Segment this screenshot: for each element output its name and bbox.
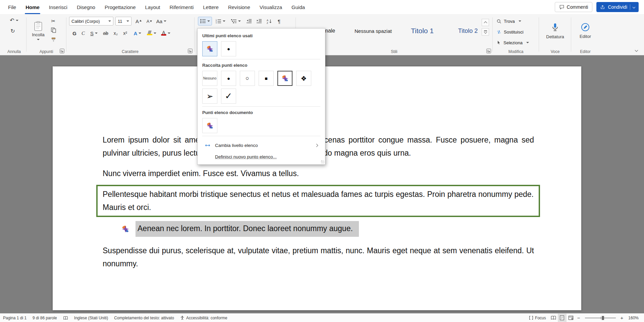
show-formatting-button[interactable]: ¶ [274,17,284,25]
tab-visualizza[interactable]: Visualizza [255,0,287,14]
proofing-status[interactable] [60,314,71,322]
stili-dialog-launcher[interactable] [486,49,491,53]
zoom-out-button[interactable]: − [575,315,582,321]
group-appunti: Incolla ✂ Appunti [28,14,65,55]
tab-revisione[interactable]: Revisione [223,0,255,14]
grow-font-button[interactable]: A [133,17,144,25]
collapse-ribbon-button[interactable] [632,46,641,54]
undo-button[interactable]: ↶ [8,16,20,25]
bullet-option-none[interactable]: Nessuno [202,71,217,86]
bullet-option-dot[interactable]: ● [221,41,236,56]
bullet-option-arrow[interactable]: ➢ [202,89,217,104]
paragraph[interactable]: Nunc viverra imperdiet enim. Fusce est. … [103,167,534,180]
search-icon [496,19,501,24]
text-completion-label: Completamento del testo: attivato [114,316,174,320]
bullet-option-check[interactable]: ✓ [221,89,236,104]
dot-bullet-icon: ● [227,46,230,52]
italic-button[interactable]: C [79,29,87,38]
bullet-option-dot[interactable]: ● [221,71,236,86]
tab-file[interactable]: File [3,0,21,14]
zoom-slider[interactable] [585,318,616,318]
zoom-in-button[interactable]: + [619,315,626,321]
decrease-indent-button[interactable] [244,17,254,25]
web-layout-button[interactable] [567,314,575,322]
bullets-button[interactable] [198,17,212,25]
strikethrough-button[interactable]: ab [101,29,111,38]
font-color-button[interactable]: A [159,29,172,38]
appunti-dialog-launcher[interactable] [60,49,64,53]
numbering-button[interactable]: 123 [213,17,227,25]
zoom-slider-thumb[interactable] [602,316,604,320]
tab-home[interactable]: Home [21,0,44,14]
custom-bullet-icon [206,45,214,53]
superscript-button[interactable]: x² [121,29,129,38]
dictate-button[interactable]: Dettatura [543,17,567,44]
focus-mode-button[interactable]: Focus [526,314,549,322]
paragraph[interactable]: Suspendisse dui purus, scelerisque at, v… [103,244,534,270]
font-size-select[interactable]: 11 [115,17,131,25]
change-list-level-item[interactable]: Cambia livello elenco [202,140,320,151]
bullet-option-custom[interactable] [202,41,217,56]
paste-button[interactable]: Incolla [30,16,47,46]
print-layout-button[interactable] [558,314,567,322]
replace-button[interactable]: Sostituisci [496,28,524,36]
underline-button[interactable]: S [88,29,100,38]
zoom-level-button[interactable]: 160% [625,314,644,322]
sort-button[interactable]: AZ [264,17,274,25]
bordered-paragraph-box[interactable]: Pellentesque habitant morbi tristique se… [96,185,540,217]
tab-riferimenti[interactable]: Riferimenti [165,0,199,14]
find-button[interactable]: Trova [496,17,521,25]
read-mode-button[interactable] [549,314,558,322]
style-titolo-1[interactable]: Titolo 1 [400,23,444,38]
bullet-option-custom-document[interactable] [202,118,217,133]
bullet-option-custom-selected[interactable] [277,71,292,86]
tab-layout[interactable]: Layout [141,0,165,14]
custom-bullet-icon [281,74,289,83]
bold-button[interactable]: G [70,29,78,38]
tab-lettere[interactable]: Lettere [198,0,223,14]
multilevel-list-button[interactable] [229,17,243,25]
text-completion-status[interactable]: Completamento del testo: attivato [111,314,177,322]
copy-button[interactable] [49,26,58,34]
tab-disegno[interactable]: Disegno [72,0,100,14]
bullet-option-square[interactable]: ■ [259,71,274,86]
paragraph[interactable]: Pellentesque habitant morbi tristique se… [103,188,534,214]
accessibility-status[interactable]: Accessibilità: conforme [177,314,230,322]
menu-resize-grip[interactable] [321,160,324,164]
cut-button[interactable]: ✂ [49,17,58,25]
format-painter-button[interactable] [49,36,58,44]
style-nessuna-spaziatura[interactable]: Nessuna spaziatura [350,23,397,38]
page-number-status[interactable]: Pagina 1 di 1 [0,314,30,322]
tab-inserisci[interactable]: Inserisci [44,0,72,14]
bullet-option-circle[interactable]: ○ [240,71,255,86]
bullet-list-item[interactable]: Aenean nec lorem. In porttitor. Donec la… [103,221,534,237]
styles-gallery-more-button[interactable] [482,28,489,36]
selected-text[interactable]: Aenean nec lorem. In porttitor. Donec la… [136,221,359,237]
comments-button[interactable]: Commenti [555,2,593,12]
increase-indent-button[interactable] [254,17,264,25]
define-new-bullet-item[interactable]: Definisci nuovo punto elenco... [202,151,320,162]
font-name-select[interactable]: Calibri (Corpo) [69,17,113,25]
bullet-option-diamonds[interactable]: ❖ [296,71,311,86]
styles-gallery-up-button[interactable] [482,19,489,26]
text-effects-button[interactable]: A [131,29,144,38]
group-voce: Dettatura Voce [540,14,570,55]
subscript-button[interactable]: x₂ [111,29,120,38]
tab-progettazione[interactable]: Progettazione [100,0,141,14]
share-button[interactable]: Condividi [596,2,639,12]
chevron-down-icon [633,6,635,8]
carattere-dialog-launcher[interactable] [188,49,193,53]
redo-button[interactable]: ↻ [8,27,17,36]
editor-icon [581,22,590,32]
word-window: { "app": { "tabs": ["File","Home","Inser… [0,0,644,322]
editor-button[interactable]: Editor [575,17,596,44]
language-status[interactable]: Inglese (Stati Uniti) [71,314,111,322]
change-case-button[interactable]: Aa [155,17,168,25]
select-label: Seleziona [503,40,523,45]
select-button[interactable]: Seleziona [496,38,529,47]
word-count-status[interactable]: 9 di 86 parole [30,314,60,322]
shrink-font-button[interactable]: A [144,17,154,25]
tab-guida[interactable]: Guida [287,0,310,14]
highlight-color-button[interactable] [145,29,158,38]
group-stili: Normale Nessuna spaziatura Titolo 1 Tito… [297,14,492,55]
